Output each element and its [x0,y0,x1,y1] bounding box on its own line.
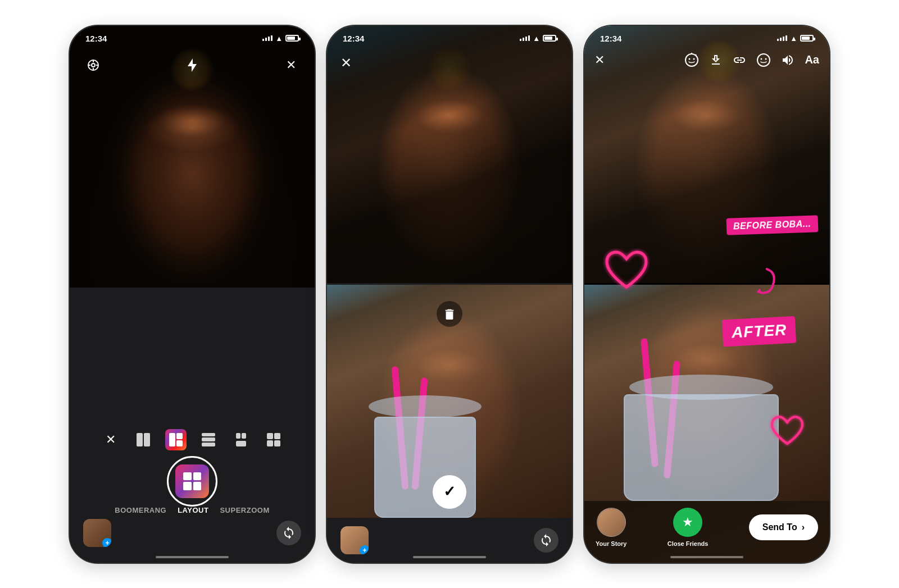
after-sticker[interactable]: AFTER [722,316,797,347]
signal-bar [271,35,273,41]
camera-modes: BOOMERANG LAYOUT SUPERZOOM [70,506,315,514]
svg-point-8 [685,54,698,66]
layout-main-button[interactable] [167,456,217,507]
story-share-bar: Your Story ★ Close Friends Send To › [584,501,829,563]
gallery-plus-icon: + [102,538,111,547]
status-time-3: 12:34 [600,34,621,43]
boba-cup [352,405,499,518]
flash-button[interactable] [182,55,202,75]
text-tool-button[interactable]: Aa [805,53,819,66]
wifi-icon-3: ▲ [790,34,797,43]
your-story-avatar-container [597,508,626,537]
status-bar-2: 12:34 ▲ [327,26,572,48]
svg-point-1 [92,63,95,67]
split-divider [327,283,572,285]
signal-bar [265,38,267,41]
sticker-button[interactable] [756,53,771,67]
sticker-face-button[interactable] [684,53,699,67]
audio-button[interactable] [781,53,794,67]
status-time-2: 12:34 [343,34,364,43]
send-to-button[interactable]: Send To › [749,514,818,540]
svg-point-14 [761,58,762,60]
signal-bar [783,37,784,41]
boba-cup-3 [618,377,784,501]
svg-point-10 [693,58,695,60]
signal-bar [520,39,521,41]
link-button[interactable] [733,53,746,67]
status-time-1: 12:34 [85,34,107,43]
story-editor-toolbar: ✕ [584,53,829,67]
download-button[interactable] [709,53,723,67]
close-button-1[interactable]: ✕ [281,55,301,75]
signal-bar [268,37,270,41]
signal-bar [523,38,524,41]
close-friends-option[interactable]: ★ Close Friends [668,508,709,547]
svg-point-9 [689,58,691,60]
signal-bars-3 [777,35,787,41]
layout-four-button[interactable] [263,429,284,450]
signal-bar [525,37,527,41]
mode-layout[interactable]: LAYOUT [178,506,208,514]
star-icon: ★ [682,515,693,530]
confirm-button[interactable]: ✓ [433,475,466,509]
gallery-plus-2: + [360,545,369,554]
layout-film-button[interactable] [198,429,219,450]
home-indicator-1 [156,556,229,558]
story-tools: Aa [684,53,819,67]
signal-bar [786,35,787,41]
close-layout-button[interactable]: ✕ [100,429,121,450]
mode-superzoom[interactable]: SUPERZOOM [220,506,269,514]
phone-2: + ✓ ✕ 12:34 [326,25,573,564]
layout-main-icon [175,464,209,498]
camera-controls-row: + [70,519,315,547]
close-button-2[interactable]: ✕ [340,55,352,71]
svg-point-13 [757,54,770,66]
battery-icon-1 [285,35,299,42]
svg-point-15 [765,58,767,60]
gallery-thumbnail[interactable]: + [83,519,111,547]
before-boba-sticker[interactable]: BEFORE BOBA... [727,215,819,235]
cup-dome [369,395,482,418]
your-story-label: Your Story [596,540,626,547]
battery-icon-3 [800,35,814,42]
send-to-arrow: › [802,522,805,532]
phone-3: 12:34 ▲ ✕ [583,25,830,564]
heart-sticker-2[interactable] [768,411,807,450]
status-bar-3: 12:34 ▲ [584,26,829,48]
layout-selector: ✕ [70,429,315,450]
wifi-icon-1: ▲ [275,34,283,43]
home-indicator-3 [670,556,743,558]
flip-camera-button[interactable] [276,521,301,545]
close-friends-avatar: ★ [673,508,702,537]
close-button-3[interactable]: ✕ [594,53,605,67]
svg-line-12 [696,54,696,55]
mode-boomerang[interactable]: BOOMERANG [115,506,166,514]
gallery-thumb-2[interactable]: + [340,526,369,554]
layout-split-button[interactable] [230,429,252,450]
status-icons-3: ▲ [777,34,814,43]
photo-top [327,26,572,284]
your-story-option[interactable]: Your Story [596,508,626,547]
split-layout: + ✓ ✕ [327,26,572,563]
battery-icon-2 [543,35,556,42]
signal-bar [780,38,782,41]
phone-1: 12:34 ▲ [69,25,316,564]
send-to-label: Send To [762,522,797,532]
signal-bar [528,35,530,41]
settings-button[interactable] [83,55,103,75]
status-icons-1: ▲ [262,34,299,43]
signal-bars-2 [520,35,530,41]
phones-container: 12:34 ▲ [57,13,842,575]
signal-bar [777,39,779,41]
delete-photo-button[interactable] [437,301,462,327]
wifi-icon-2: ▲ [533,34,540,43]
home-indicator-2 [413,556,486,558]
flip-btn-2[interactable] [534,528,559,553]
signal-bars-1 [262,35,273,41]
top-controls-1: ✕ [70,55,315,75]
heart-sticker-1[interactable] [601,245,652,295]
layout-two-col-button[interactable] [133,429,154,450]
layout-active-button[interactable] [165,429,187,450]
signal-bar [262,39,264,41]
your-story-avatar [597,508,626,537]
